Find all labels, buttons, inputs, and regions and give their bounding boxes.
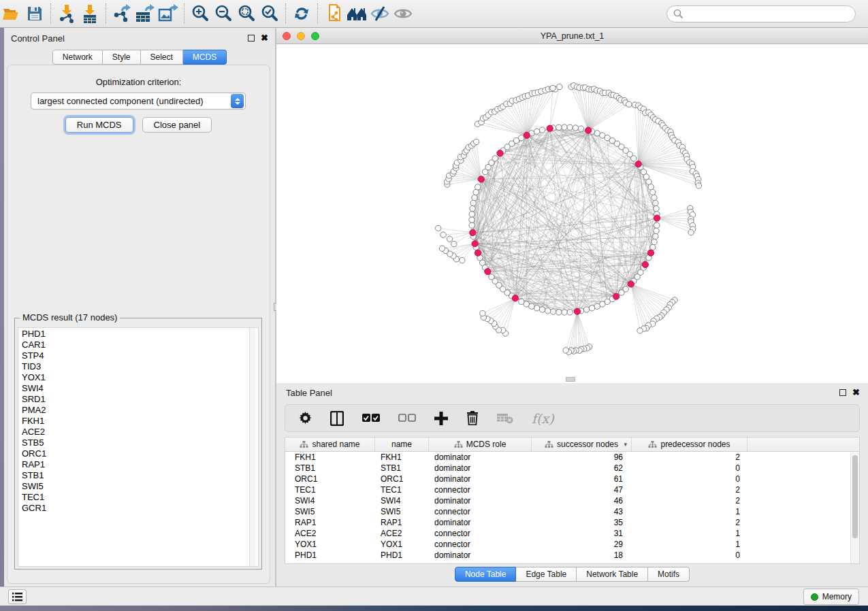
horizontal-splitter-grip[interactable]: [566, 377, 575, 382]
table-scrollbar-thumb[interactable]: [852, 455, 858, 538]
tab-select[interactable]: Select: [141, 50, 183, 65]
cell-shared-name[interactable]: ORC1: [285, 474, 375, 484]
sort-menu-chevron-icon[interactable]: ▾: [624, 441, 627, 448]
memory-button[interactable]: Memory: [803, 589, 859, 605]
table-scrollbar[interactable]: [850, 452, 859, 563]
delete-column-trash-icon[interactable]: [466, 411, 479, 425]
tab-style[interactable]: Style: [103, 50, 141, 65]
cell-name[interactable]: SWI5: [375, 507, 429, 516]
cell-shared-name[interactable]: FKH1: [285, 452, 375, 462]
cell-role[interactable]: dominator: [429, 518, 532, 527]
table-row[interactable]: FKH1FKH1dominator962: [285, 452, 859, 463]
cell-role[interactable]: connector: [429, 485, 532, 495]
export-image-icon[interactable]: [157, 3, 180, 24]
mcds-result-item[interactable]: RAP1: [18, 459, 258, 469]
mcds-result-item[interactable]: FKH1: [18, 415, 258, 426]
cell-successors[interactable]: 46: [532, 496, 632, 506]
tab-mcds[interactable]: MCDS: [183, 50, 227, 65]
mcds-result-item[interactable]: PMA2: [18, 404, 258, 415]
cell-role[interactable]: connector: [429, 507, 532, 516]
float-panel-icon[interactable]: [248, 35, 255, 42]
cell-shared-name[interactable]: ACE2: [285, 529, 375, 538]
tab-edge-table[interactable]: Edge Table: [516, 567, 577, 582]
cell-predecessors[interactable]: 1: [632, 540, 748, 549]
cell-successors[interactable]: 29: [532, 540, 632, 549]
mcds-result-item[interactable]: TEC1: [18, 491, 258, 502]
zoom-fit-icon[interactable]: [235, 3, 258, 24]
cell-shared-name[interactable]: SWI5: [285, 507, 375, 516]
cell-name[interactable]: FKH1: [375, 452, 429, 462]
cell-successors[interactable]: 61: [532, 474, 632, 484]
cell-name[interactable]: STB1: [375, 463, 429, 473]
cell-role[interactable]: connector: [429, 529, 532, 538]
criterion-select[interactable]: largest connected component (undirected): [31, 93, 246, 110]
search-network-icon[interactable]: [345, 3, 368, 24]
column-header-shared-name[interactable]: shared name: [285, 437, 375, 451]
cell-predecessors[interactable]: 0: [632, 463, 748, 473]
mcds-result-item[interactable]: PHD1: [18, 328, 258, 339]
table-row[interactable]: SWI4SWI4dominator462: [285, 495, 859, 506]
cell-predecessors[interactable]: 2: [632, 485, 748, 495]
tab-node-table[interactable]: Node Table: [455, 567, 517, 582]
cell-predecessors[interactable]: 0: [632, 550, 748, 560]
show-all-eye-icon[interactable]: [391, 3, 415, 24]
run-mcds-button[interactable]: Run MCDS: [65, 117, 133, 133]
table-row[interactable]: PHD1PHD1dominator180: [285, 550, 859, 561]
mcds-result-item[interactable]: TID3: [18, 361, 258, 371]
cell-successors[interactable]: 35: [532, 518, 632, 527]
column-header-predecessor-nodes[interactable]: predecessor nodes: [632, 437, 748, 451]
clone-network-icon[interactable]: [322, 3, 345, 24]
table-row[interactable]: YOX1YOX1connector291: [285, 539, 859, 550]
cell-name[interactable]: PHD1: [375, 550, 429, 560]
select-all-icon[interactable]: [362, 414, 380, 423]
task-history-button[interactable]: [8, 589, 27, 604]
tab-motifs[interactable]: Motifs: [648, 567, 690, 582]
network-canvas[interactable]: [276, 44, 868, 383]
open-session-icon[interactable]: [0, 3, 23, 24]
hide-selected-eye-icon[interactable]: [368, 3, 391, 24]
mcds-result-item[interactable]: GCR1: [18, 502, 258, 513]
cell-name[interactable]: RAP1: [375, 518, 429, 527]
cell-predecessors[interactable]: 2: [632, 518, 748, 527]
cell-successors[interactable]: 96: [532, 452, 632, 462]
mcds-result-item[interactable]: ORC1: [18, 448, 258, 459]
float-table-panel-icon[interactable]: [839, 389, 846, 396]
import-network-icon[interactable]: [55, 3, 78, 24]
deselect-all-icon[interactable]: [398, 414, 416, 423]
zoom-out-icon[interactable]: [212, 3, 235, 24]
zoom-in-icon[interactable]: [189, 3, 212, 24]
cell-role[interactable]: dominator: [429, 474, 532, 484]
split-view-icon[interactable]: [330, 411, 344, 426]
cell-predecessors[interactable]: 1: [632, 507, 748, 516]
save-session-icon[interactable]: [23, 3, 46, 24]
column-header-name[interactable]: name: [375, 437, 429, 451]
tab-network[interactable]: Network: [52, 50, 103, 65]
table-row[interactable]: ACE2ACE2connector311: [285, 528, 859, 539]
cell-name[interactable]: ACE2: [375, 529, 429, 538]
cell-role[interactable]: connector: [429, 540, 532, 549]
network-window-titlebar[interactable]: YPA_prune.txt_1: [276, 28, 868, 44]
export-network-icon[interactable]: [110, 3, 133, 24]
mcds-result-item[interactable]: STP4: [18, 350, 258, 361]
mcds-result-item[interactable]: YOX1: [18, 371, 258, 382]
table-row[interactable]: SWI5SWI5connector431: [285, 506, 859, 517]
settings-gear-icon[interactable]: [299, 412, 312, 425]
zoom-selected-icon[interactable]: [258, 3, 281, 24]
table-row[interactable]: ORC1ORC1dominator610: [285, 474, 859, 484]
search-input[interactable]: [687, 9, 849, 18]
cell-predecessors[interactable]: 2: [632, 496, 748, 506]
cell-role[interactable]: dominator: [429, 550, 532, 560]
mcds-result-item[interactable]: CAR1: [18, 339, 258, 350]
mcds-result-item[interactable]: SRD1: [18, 393, 258, 404]
cell-role[interactable]: dominator: [429, 496, 532, 506]
cell-successors[interactable]: 31: [532, 529, 632, 538]
cell-role[interactable]: dominator: [429, 452, 532, 462]
cell-name[interactable]: TEC1: [375, 485, 429, 495]
close-panel-icon[interactable]: ✖: [261, 35, 268, 42]
close-panel-button[interactable]: Close panel: [142, 117, 212, 133]
add-column-icon[interactable]: [434, 412, 448, 425]
cell-shared-name[interactable]: SWI4: [285, 496, 375, 506]
cell-shared-name[interactable]: PHD1: [285, 550, 375, 560]
refresh-icon[interactable]: [290, 3, 313, 24]
close-table-panel-icon[interactable]: ✖: [852, 389, 860, 396]
